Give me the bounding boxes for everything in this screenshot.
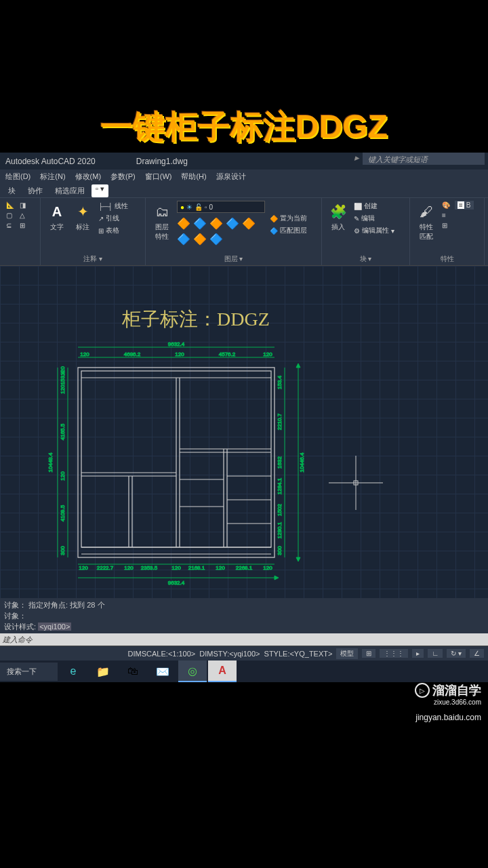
- play-icon: ▷: [415, 683, 430, 698]
- text-button[interactable]: A 文字: [46, 201, 68, 262]
- layer-tool-icon[interactable]: 🔷: [177, 233, 190, 245]
- svg-text:4109.5: 4109.5: [60, 505, 66, 521]
- svg-text:120: 120: [175, 351, 184, 357]
- watermark: ▷ 溜溜自学 zixue.3d66.com jingyan.baidu.com: [415, 682, 481, 722]
- match-layer-button[interactable]: 🔷 匹配图层: [269, 225, 308, 236]
- svg-text:9632.4: 9632.4: [168, 580, 185, 586]
- svg-text:300: 300: [277, 546, 283, 555]
- status-toggle-icon[interactable]: ∠: [470, 649, 484, 658]
- refresh-icon[interactable]: ↻ ▾: [447, 649, 466, 658]
- menu-window[interactable]: 窗口(W): [145, 172, 172, 182]
- svg-text:300: 300: [60, 546, 66, 555]
- tool-icon[interactable]: ▢: [5, 211, 15, 220]
- menu-annotate[interactable]: 标注(N): [40, 172, 65, 182]
- store-icon[interactable]: 🛍: [119, 660, 147, 682]
- svg-marker-40: [296, 557, 300, 561]
- svg-text:2353.5: 2353.5: [141, 565, 158, 571]
- table-button[interactable]: ⊞ 表格: [98, 225, 129, 236]
- svg-text:2268.1: 2268.1: [236, 565, 253, 571]
- svg-text:120: 120: [263, 565, 272, 571]
- autocad-taskbar-icon[interactable]: A: [208, 660, 237, 682]
- leader-button[interactable]: ↗ 引线: [98, 213, 129, 224]
- status-dimsty: DIMSTY:<yqi100>: [199, 650, 260, 658]
- edit-attr-button[interactable]: ⚙ 编辑属性 ▾: [353, 225, 395, 236]
- panel-label-props: 特性: [410, 254, 484, 264]
- tool-icon[interactable]: ⊞: [19, 221, 26, 230]
- svg-text:120: 120: [216, 565, 225, 571]
- tool-icon[interactable]: ◨: [19, 201, 26, 210]
- menu-yuanquan[interactable]: 源泉设计: [216, 172, 246, 182]
- layer-tool-icon[interactable]: 🔶: [177, 217, 190, 230]
- menu-bar: 绘图(D) 标注(N) 修改(M) 参数(P) 窗口(W) 帮助(H) 源泉设计: [0, 170, 488, 184]
- tab-jingxuan[interactable]: 精选应用: [49, 184, 90, 197]
- svg-text:4576.2: 4576.2: [219, 351, 236, 357]
- watermark-brand: 溜溜自学: [432, 682, 481, 698]
- layer-tool-icon[interactable]: 🔶: [193, 233, 207, 245]
- linetype-button[interactable]: ⊞: [441, 221, 451, 230]
- status-bar: DIMSCALE:<1:100> DIMSTY:<yqi100> STYLE:<…: [0, 646, 488, 660]
- grid-icon[interactable]: ⋮⋮⋮: [380, 649, 408, 658]
- svg-marker-41: [274, 576, 279, 580]
- status-dimscale: DIMSCALE:<1:100>: [128, 650, 196, 658]
- command-history: 讨象： 指定对角点: 找到 28 个 讨象： 设计样式: <yqi100>: [0, 598, 488, 633]
- tool-icon[interactable]: △: [19, 211, 26, 220]
- titlebar: Autodesk AutoCAD 2020 Drawing1.dwg 键入关键字…: [0, 153, 488, 170]
- insert-block-button[interactable]: 🧩 插入: [327, 201, 349, 262]
- linear-dim-button[interactable]: ├─┤ 线性: [98, 201, 129, 212]
- create-block-button[interactable]: ⬜ 创建: [353, 201, 395, 212]
- svg-text:153.4: 153.4: [277, 375, 283, 389]
- command-input[interactable]: 建入命令: [0, 633, 488, 646]
- panel-label-layer: 图层 ▾: [146, 254, 321, 264]
- svg-text:4165.5: 4165.5: [60, 423, 66, 440]
- drawing-canvas[interactable]: 柜子标注：DDGZ 9632.4 120 4696.2 120 4576.2 1…: [0, 266, 488, 598]
- layer-tool-icon[interactable]: 🔷: [226, 217, 239, 230]
- layer-tool-icon[interactable]: 🔷: [209, 233, 223, 245]
- mail-icon[interactable]: ✉️: [148, 660, 177, 682]
- ribbon-tabs: 块 协作 精选应用 ▫ ▾: [0, 184, 488, 198]
- svg-text:120: 120: [79, 565, 88, 571]
- layer-dropdown[interactable]: ●☀🔓▫ 0: [177, 201, 265, 213]
- svg-text:9632.4: 9632.4: [168, 341, 185, 347]
- model-button[interactable]: 模型: [336, 648, 358, 659]
- dimension-button[interactable]: ✦ 标注: [72, 201, 94, 262]
- set-current-layer-button[interactable]: 🔶 置为当前: [269, 213, 308, 224]
- menu-param[interactable]: 参数(P): [110, 172, 136, 182]
- tab-toggle-icon[interactable]: ▫ ▾: [92, 184, 108, 197]
- color-wheel-icon[interactable]: 🎨: [441, 201, 451, 210]
- svg-text:10448.4: 10448.4: [47, 452, 54, 472]
- taskbar-search[interactable]: 搜索一下: [0, 663, 58, 681]
- svg-text:2210.7: 2210.7: [277, 413, 283, 430]
- layer-tool-icon[interactable]: 🔶: [242, 217, 256, 230]
- ribbon: 📐 ▢ ⊆ ◨ △ ⊞ A 文字 ✦ 标注: [0, 198, 488, 266]
- svg-marker-39: [296, 363, 300, 368]
- svg-text:1284.1: 1284.1: [277, 477, 283, 494]
- menu-modify[interactable]: 修改(M): [75, 172, 102, 182]
- edge-icon[interactable]: e: [59, 660, 87, 682]
- menu-help[interactable]: 帮助(H): [181, 172, 206, 182]
- properties-match-button[interactable]: 🖌 特性 匹配: [415, 201, 437, 262]
- lineweight-button[interactable]: ≡: [441, 211, 451, 220]
- edit-block-button[interactable]: ✎ 编辑: [353, 213, 395, 224]
- windows-taskbar: 搜索一下 e 📁 🛍 ✉️ ◎ A: [0, 660, 488, 682]
- tab-kuai[interactable]: 块: [3, 184, 21, 197]
- menu-draw[interactable]: 绘图(D): [5, 172, 30, 182]
- panel-label-annotate: 注释 ▾: [41, 254, 145, 264]
- explorer-icon[interactable]: 📁: [89, 660, 117, 682]
- layer-properties-button[interactable]: 🗂 图层 特性: [151, 201, 173, 262]
- tool-icon[interactable]: 📐: [5, 201, 15, 210]
- tab-xiezuo[interactable]: 协作: [22, 184, 48, 197]
- status-toggle-icon[interactable]: ∟: [428, 649, 443, 658]
- svg-text:10446.4: 10446.4: [299, 452, 305, 472]
- search-input[interactable]: 键入关键字或短语: [363, 153, 485, 165]
- svg-text:120: 120: [171, 565, 181, 571]
- svg-text:1632: 1632: [277, 456, 283, 469]
- grid-icon[interactable]: ⊞: [362, 649, 375, 658]
- layer-tool-icon[interactable]: 🔷: [193, 217, 207, 230]
- status-toggle-icon[interactable]: ▸: [412, 649, 424, 658]
- tool-icon[interactable]: ⊆: [5, 221, 15, 230]
- browser-360-icon[interactable]: ◎: [178, 660, 207, 682]
- svg-text:2222.7: 2222.7: [97, 565, 114, 571]
- bylayer-dropdown[interactable]: ≡ B: [455, 201, 474, 210]
- layer-tool-icon[interactable]: 🔶: [209, 217, 223, 230]
- watermark-url: zixue.3d66.com: [415, 698, 481, 706]
